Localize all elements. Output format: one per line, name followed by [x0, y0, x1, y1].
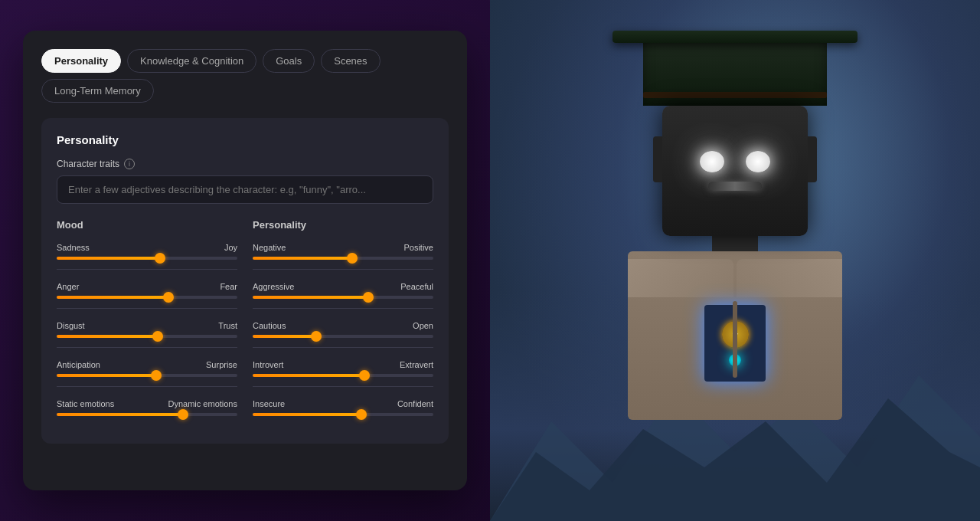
section-title: Personality: [57, 133, 433, 146]
slider-label-left-4: Static emotions: [57, 399, 114, 408]
info-icon: i: [124, 159, 135, 169]
tab-personality[interactable]: Personality: [41, 49, 121, 73]
slider-group-3: IntrovertExtravert: [253, 360, 433, 387]
slider-track-3[interactable]: [57, 374, 237, 377]
robot-background: ★: [490, 0, 980, 521]
right-panel: ★: [490, 0, 980, 521]
slider-track-3[interactable]: [253, 374, 433, 377]
personality-section: Personality Character traits i Mood Sadn…: [41, 118, 449, 444]
slider-label-left-3: Anticipation: [57, 360, 100, 369]
tab-memory[interactable]: Long-Term Memory: [41, 79, 154, 103]
robot-figure: ★: [582, 31, 888, 490]
slider-track-4[interactable]: [57, 413, 237, 416]
personality-column: Personality NegativePositiveAggressivePe…: [253, 219, 433, 428]
slider-label-left-3: Introvert: [253, 360, 283, 369]
slider-thumb-4[interactable]: [356, 409, 367, 420]
slider-thumb-3[interactable]: [359, 370, 370, 381]
tab-bar: PersonalityKnowledge & CognitionGoalsSce…: [41, 49, 449, 103]
slider-group-1: AngerFear: [57, 282, 237, 309]
slider-group-4: InsecureConfident: [253, 399, 433, 416]
slider-thumb-1[interactable]: [363, 292, 374, 303]
mood-header: Mood: [57, 219, 237, 234]
slider-label-right-0: Positive: [403, 243, 433, 252]
slider-group-0: NegativePositive: [253, 243, 433, 270]
slider-label-right-1: Fear: [220, 282, 237, 291]
tab-goals[interactable]: Goals: [263, 49, 315, 73]
slider-label-left-1: Aggressive: [253, 282, 294, 291]
slider-thumb-0[interactable]: [155, 253, 165, 264]
slider-label-right-2: Trust: [218, 321, 237, 330]
slider-track-0[interactable]: [253, 257, 433, 260]
slider-label-right-4: Dynamic emotions: [168, 399, 237, 408]
slider-label-right-3: Extravert: [400, 360, 433, 369]
slider-label-right-4: Confident: [397, 399, 433, 408]
slider-label-right-3: Surprise: [206, 360, 237, 369]
slider-label-right-1: Peaceful: [400, 282, 433, 291]
tab-knowledge[interactable]: Knowledge & Cognition: [127, 49, 256, 73]
slider-thumb-1[interactable]: [163, 292, 174, 303]
slider-track-1[interactable]: [253, 296, 433, 299]
slider-track-1[interactable]: [57, 296, 237, 299]
main-card: PersonalityKnowledge & CognitionGoalsSce…: [23, 31, 467, 490]
traits-label-text: Character traits: [57, 159, 119, 169]
slider-label-right-2: Open: [413, 321, 433, 330]
traits-label: Character traits i: [57, 159, 433, 169]
slider-label-left-0: Sadness: [57, 243, 90, 252]
slider-group-2: DisgustTrust: [57, 321, 237, 348]
slider-group-2: CautiousOpen: [253, 321, 433, 348]
slider-label-right-0: Joy: [224, 243, 237, 252]
slider-label-left-4: Insecure: [253, 399, 285, 408]
traits-input[interactable]: [57, 175, 433, 204]
slider-thumb-0[interactable]: [347, 253, 358, 264]
slider-track-2[interactable]: [253, 335, 433, 338]
slider-group-0: SadnessJoy: [57, 243, 237, 270]
slider-group-4: Static emotionsDynamic emotions: [57, 399, 237, 416]
slider-thumb-2[interactable]: [311, 331, 322, 342]
slider-group-3: AnticipationSurprise: [57, 360, 237, 387]
left-panel: PersonalityKnowledge & CognitionGoalsSce…: [0, 0, 490, 521]
slider-track-0[interactable]: [57, 257, 237, 260]
slider-thumb-4[interactable]: [178, 409, 188, 420]
slider-thumb-2[interactable]: [152, 331, 163, 342]
traits-group: Character traits i: [57, 159, 433, 204]
slider-thumb-3[interactable]: [151, 370, 162, 381]
mood-column: Mood SadnessJoyAngerFearDisgustTrustAnti…: [57, 219, 237, 428]
tab-scenes[interactable]: Scenes: [321, 49, 380, 73]
slider-label-left-1: Anger: [57, 282, 79, 291]
slider-track-4[interactable]: [253, 413, 433, 416]
slider-group-1: AggressivePeaceful: [253, 282, 433, 309]
slider-label-left-2: Disgust: [57, 321, 85, 330]
sliders-grid: Mood SadnessJoyAngerFearDisgustTrustAnti…: [57, 219, 433, 428]
slider-label-left-2: Cautious: [253, 321, 286, 330]
slider-label-left-0: Negative: [253, 243, 286, 252]
personality-header: Personality: [253, 219, 433, 234]
slider-track-2[interactable]: [57, 335, 237, 338]
